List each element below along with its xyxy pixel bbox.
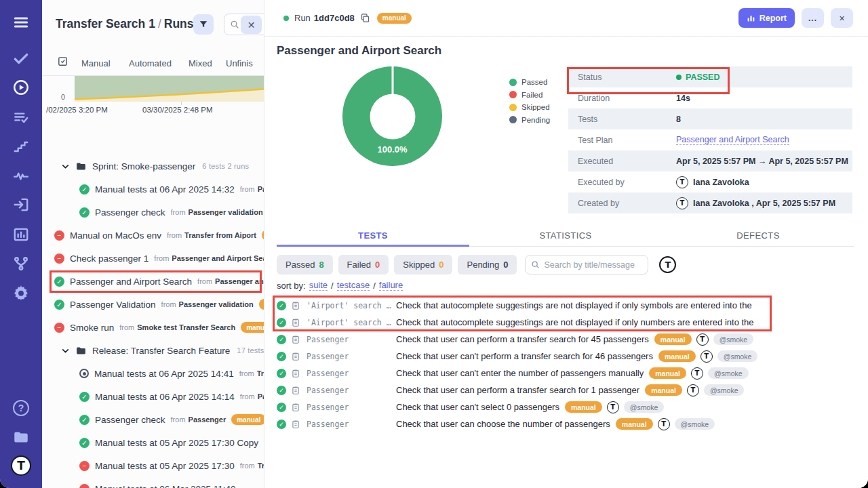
tree-run-row[interactable]: ✓Manual tests at 06 Apr 2025 14:32fromPa… xyxy=(42,178,264,201)
test-row[interactable]: ✓'Airport' search …Check that autocomple… xyxy=(277,314,860,331)
assignee-avatar: T xyxy=(607,401,619,413)
tab-defects[interactable]: DEFECTS xyxy=(662,229,854,246)
tree-run-row[interactable]: −Smoke runfromSmoke test Transfer Search… xyxy=(42,316,264,339)
manual-badge: manual xyxy=(565,401,602,413)
select-all-icon[interactable] xyxy=(57,56,68,67)
avatar: T xyxy=(676,197,688,209)
close-search-button[interactable]: ✕ xyxy=(241,16,262,34)
breadcrumb-project[interactable]: Transfer Search 1 xyxy=(56,17,155,30)
tree-run-row[interactable]: ✓Passenger and Airport SearchfromPasseng… xyxy=(42,270,264,293)
sidebar-item-folder[interactable] xyxy=(11,427,31,447)
help-icon: ? xyxy=(13,400,29,416)
filter-pill-pending[interactable]: Pending0 xyxy=(458,255,517,274)
copy-icon[interactable] xyxy=(360,13,370,23)
tree-run-row[interactable]: ✓Passenger ValidationfromPassenger valid… xyxy=(42,293,264,316)
tree-run-from: Pass xyxy=(258,185,264,193)
filter-button[interactable] xyxy=(193,14,214,35)
tree-folder-row[interactable]: Release: Transfer Search Feature17 tests… xyxy=(42,339,264,362)
passed-status-icon: ✓ xyxy=(79,415,90,425)
chart-axis-tick xyxy=(181,102,182,105)
sidebar-item-check[interactable] xyxy=(11,48,31,68)
sort-link-testcase[interactable]: testcase xyxy=(337,280,370,291)
filter-pill-failed[interactable]: Failed0 xyxy=(338,255,389,274)
filter-pill-passed[interactable]: Passed8 xyxy=(277,255,333,274)
test-search-input[interactable] xyxy=(544,260,642,270)
tree-run-row[interactable]: ✓Manual tests at 05 Apr 2025 17:30 Copyf… xyxy=(42,431,264,454)
tab-tests[interactable]: TESTS xyxy=(277,229,469,246)
testcase-clipboard-icon xyxy=(291,352,300,361)
report-button[interactable]: Report xyxy=(738,8,795,28)
sidebar-item-play-circle[interactable] xyxy=(11,77,31,98)
test-row[interactable]: ✓PassengerCheck that user can't perform … xyxy=(277,348,860,365)
assignee-t-button[interactable]: T xyxy=(659,256,676,273)
tree-run-row[interactable]: ✓Passenger checkfromPassenger validation… xyxy=(42,201,264,224)
smoke-tag: @smoke xyxy=(708,367,749,379)
assignee-avatar: T xyxy=(696,333,709,346)
legend-item-pending[interactable]: Pending xyxy=(509,114,550,127)
tree-folder-row[interactable]: Sprint: Smoke-passenger6 tests 2 runs xyxy=(42,155,264,178)
tab-automated[interactable]: Automated xyxy=(129,58,172,68)
info-label: Created by xyxy=(578,199,676,208)
test-suite-name: 'Airport' search … xyxy=(307,301,396,310)
tree-run-row[interactable]: −Manual on MacOs envfromTransfer from Ai… xyxy=(42,224,264,247)
sidebar-item-steps[interactable] xyxy=(11,136,31,157)
test-row[interactable]: ✓'Airport' search …Check that autocomple… xyxy=(277,297,860,314)
chevron-down-icon[interactable] xyxy=(61,162,70,171)
tab-unfinished[interactable]: Unfinis xyxy=(226,58,253,68)
sort-link-failure[interactable]: failure xyxy=(379,280,403,291)
test-row[interactable]: ✓PassengerCheck that user can perform a … xyxy=(277,331,860,348)
tree-run-from: Passenger and Airport Searc xyxy=(172,254,264,262)
folder-icon xyxy=(75,345,87,357)
tab-mixed[interactable]: Mixed xyxy=(189,58,212,68)
run-status-dot xyxy=(283,16,289,21)
search-icon xyxy=(230,20,239,29)
test-row[interactable]: ✓PassengerCheck that user can choose the… xyxy=(277,415,860,432)
legend-item-skipped[interactable]: Skipped xyxy=(509,101,550,114)
tree-run-row[interactable]: −Manual tests at 05 Apr 2025 17:30fromTr… xyxy=(42,454,264,477)
test-row[interactable]: ✓PassengerCheck that user can perform a … xyxy=(277,382,860,399)
test-row[interactable]: ✓PassengerCheck that user can't enter th… xyxy=(277,365,860,382)
play-circle-icon xyxy=(12,79,30,96)
legend-item-failed[interactable]: Failed xyxy=(509,89,550,102)
passed-status-icon: ✓ xyxy=(54,300,64,310)
smoke-tag: @smoke xyxy=(704,384,745,396)
sidebar-item-settings-gear[interactable] xyxy=(11,283,31,303)
sidebar-item-list-check[interactable] xyxy=(11,107,31,127)
tab-statistics[interactable]: STATISTICS xyxy=(469,229,662,246)
tree-run-row[interactable]: Manual tests at 06 Apr 2025 14:41fromTra… xyxy=(42,362,264,385)
more-actions-button[interactable]: ... xyxy=(802,8,824,28)
sidebar-item-help[interactable]: ? xyxy=(11,398,31,418)
testcase-clipboard-icon xyxy=(291,335,300,344)
filter-pill-skipped[interactable]: Skipped0 xyxy=(394,255,452,274)
sidebar-logo[interactable]: T xyxy=(11,455,31,476)
sidebar-item-report-chart[interactable] xyxy=(11,224,31,245)
tab-manual[interactable]: Manual xyxy=(81,58,111,68)
info-label: Executed by xyxy=(578,178,676,187)
tree-run-from-word: from xyxy=(240,462,255,470)
passed-check-icon: ✓ xyxy=(277,420,286,429)
detail-tabs: TESTSSTATISTICSDEFECTS xyxy=(277,229,854,247)
legend-label: Pending xyxy=(521,116,550,124)
sidebar-item-activity[interactable] xyxy=(11,165,31,186)
sort-link-suite[interactable]: suite xyxy=(309,280,328,291)
sidebar-item-branch[interactable] xyxy=(11,253,31,274)
test-suite-name: Passenger xyxy=(307,403,396,412)
sidebar-item-menu[interactable] xyxy=(11,12,31,33)
runs-tree: Sprint: Smoke-passenger6 tests 2 runs✓Ma… xyxy=(42,155,264,488)
info-label: Test Plan xyxy=(578,136,676,145)
tree-run-from: Tran xyxy=(258,462,264,470)
test-plan-link[interactable]: Passenger and Airport Search xyxy=(676,135,789,145)
tree-run-row[interactable]: −Manual tests at 06 Mar 2025 11:40 xyxy=(42,477,264,488)
test-badges: manualT@smoke xyxy=(658,350,757,363)
sidebar-item-import[interactable] xyxy=(11,195,31,215)
close-run-button[interactable]: × xyxy=(831,8,853,28)
tree-run-from: Transfer from Aiport xyxy=(184,231,256,239)
legend-item-passed[interactable]: Passed xyxy=(509,76,550,89)
chevron-down-icon[interactable] xyxy=(61,346,70,355)
tree-run-row[interactable]: −Check passenger 1fromPassenger and Airp… xyxy=(42,247,264,270)
tree-run-row[interactable]: ✓Manual tests at 06 Apr 2025 14:14fromPa… xyxy=(42,385,264,408)
test-title: Check that user can't select 0 passenger… xyxy=(396,402,559,412)
test-suite-name: Passenger xyxy=(307,335,396,344)
test-row[interactable]: ✓PassengerCheck that user can't select 0… xyxy=(277,399,860,415)
tree-run-row[interactable]: ✓Passenger checkfromPassengermanual6 xyxy=(42,408,264,431)
